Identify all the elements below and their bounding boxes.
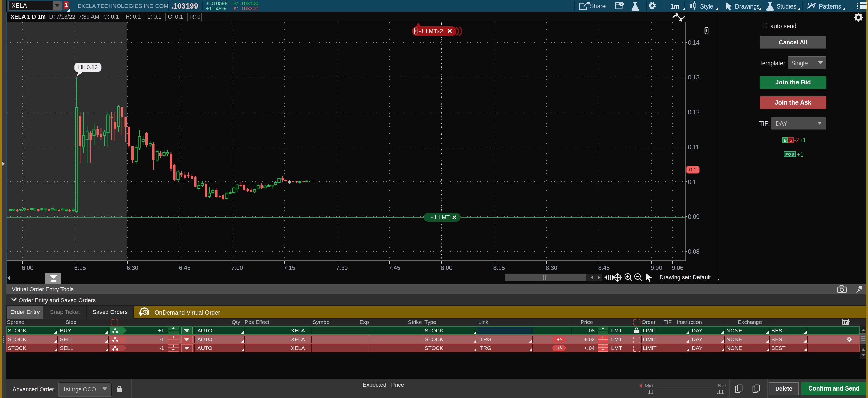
svg-text:0.13: 0.13 [688,74,700,81]
svg-text:Hi: 0.13: Hi: 0.13 [78,64,98,70]
svg-text:8:00: 8:00 [441,265,453,271]
svg-text:8:15: 8:15 [493,265,505,271]
svg-text:9:00: 9:00 [651,265,662,271]
svg-text:+1 LMT: +1 LMT [430,214,450,221]
svg-text:+/-: +/- [557,345,562,351]
svg-text:Studies: Studies [777,3,797,10]
svg-text:8:30: 8:30 [546,265,557,271]
svg-text:0.08: 0.08 [688,248,700,255]
svg-text:Drawing set: Default: Drawing set: Default [659,274,711,280]
svg-text:+/-: +/- [557,337,562,342]
svg-text:0.1: 0.1 [688,178,696,185]
svg-text:0.14: 0.14 [688,39,700,46]
svg-text:0.11: 0.11 [688,144,699,151]
svg-text:0.12: 0.12 [688,109,700,115]
svg-text:6:30: 6:30 [127,265,138,271]
svg-text:7:15: 7:15 [284,265,296,271]
svg-text:7:30: 7:30 [336,265,348,271]
svg-text:0.1: 0.1 [689,167,696,172]
svg-text:6:15: 6:15 [74,265,86,271]
svg-text:7:00: 7:00 [231,265,243,271]
svg-text:6:45: 6:45 [179,265,191,271]
svg-text:0.09: 0.09 [688,213,700,220]
svg-text:Patterns: Patterns [819,3,841,10]
svg-text:9:06: 9:06 [672,265,684,271]
svg-text:-1 LMTx2: -1 LMTx2 [419,28,443,34]
svg-text:Drawings: Drawings [735,3,760,10]
svg-text:7:45: 7:45 [389,265,400,271]
svg-text:6:00: 6:00 [22,265,34,271]
svg-text:8:45: 8:45 [598,265,610,271]
